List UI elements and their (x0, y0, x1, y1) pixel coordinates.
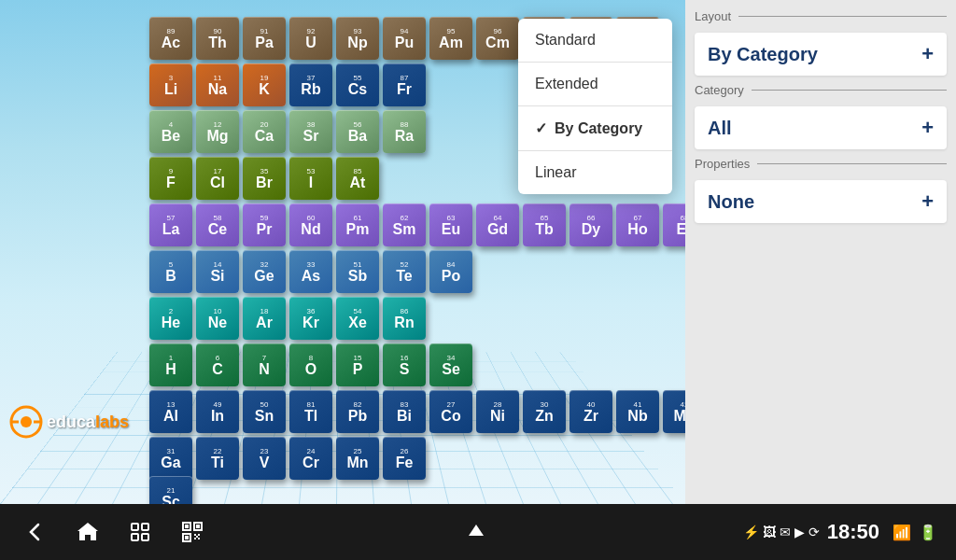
element-sc[interactable]: 21Sc (149, 476, 192, 504)
element-k[interactable]: 19K (243, 63, 286, 106)
element-si[interactable]: 14Si (196, 250, 239, 293)
element-ra[interactable]: 88Ra (383, 110, 426, 153)
element-cl[interactable]: 17Cl (196, 157, 239, 200)
element-cs[interactable]: 55Cs (336, 63, 379, 106)
element-la[interactable]: 57La (149, 203, 192, 246)
element-fe[interactable]: 26Fe (383, 437, 426, 480)
element-te[interactable]: 52Te (383, 250, 426, 293)
element-al[interactable]: 13Al (149, 390, 192, 433)
element-mn[interactable]: 25Mn (336, 437, 379, 480)
layout-control[interactable]: By Category + (695, 33, 947, 76)
element-ho[interactable]: 67Ho (616, 203, 659, 246)
status-icons: ⚡ 🖼 ✉ ▶ ⟳ (743, 525, 820, 539)
element-tb[interactable]: 65Tb (523, 203, 566, 246)
recent-button[interactable] (123, 515, 157, 549)
element-dy[interactable]: 66Dy (569, 203, 612, 246)
element-p[interactable]: 15P (336, 343, 379, 386)
element-tl[interactable]: 81Tl (289, 390, 332, 433)
element-in[interactable]: 49In (196, 390, 239, 433)
element-zn[interactable]: 30Zn (523, 390, 566, 433)
element-ti[interactable]: 22Ti (196, 437, 239, 480)
svg-rect-18 (196, 536, 198, 538)
element-as[interactable]: 33As (289, 250, 332, 293)
element-co[interactable]: 27Co (429, 390, 472, 433)
element-ge[interactable]: 32Ge (243, 250, 286, 293)
element-gd[interactable]: 64Gd (476, 203, 519, 246)
element-h[interactable]: 1H (149, 343, 192, 386)
element-na[interactable]: 11Na (196, 63, 239, 106)
periodic-table-view: 89Ac 90Th 91Pa 92U 93Np 94Pu 95Am 96Cm 9… (0, 0, 685, 504)
element-be[interactable]: 4Be (149, 110, 192, 153)
properties-expand-button[interactable]: + (921, 189, 934, 214)
element-np[interactable]: 93Np (336, 17, 379, 60)
element-ca[interactable]: 20Ca (243, 110, 286, 153)
element-pr[interactable]: 59Pr (243, 203, 286, 246)
element-sr[interactable]: 38Sr (289, 110, 332, 153)
element-sb[interactable]: 51Sb (336, 250, 379, 293)
nav-left (19, 515, 209, 549)
element-zr[interactable]: 40Zr (569, 390, 612, 433)
element-se[interactable]: 34Se (429, 343, 472, 386)
content-area: 89Ac 90Th 91Pa 92U 93Np 94Pu 95Am 96Cm 9… (0, 0, 956, 504)
element-ba[interactable]: 56Ba (336, 110, 379, 153)
logo-text: educalabs (47, 413, 129, 432)
element-cm[interactable]: 96Cm (476, 17, 519, 60)
element-i[interactable]: 53I (289, 157, 332, 200)
element-rn[interactable]: 86Rn (383, 297, 426, 340)
element-ac[interactable]: 89Ac (149, 17, 192, 60)
element-ar[interactable]: 18Ar (243, 297, 286, 340)
category-expand-button[interactable]: + (921, 116, 934, 140)
up-button[interactable] (459, 515, 493, 549)
back-button[interactable] (19, 515, 52, 549)
qr-icon (180, 520, 204, 544)
element-ce[interactable]: 58Ce (196, 203, 239, 246)
extended-label: Extended (535, 76, 598, 92)
element-nb[interactable]: 41Nb (616, 390, 659, 433)
element-f[interactable]: 9F (149, 157, 192, 200)
element-kr[interactable]: 36Kr (289, 297, 332, 340)
dropdown-item-linear[interactable]: Linear (518, 151, 672, 194)
element-pa[interactable]: 91Pa (243, 17, 286, 60)
element-sn[interactable]: 50Sn (243, 390, 286, 433)
element-fr[interactable]: 87Fr (383, 63, 426, 106)
element-he[interactable]: 2He (149, 297, 192, 340)
layout-dropdown-menu: Standard Extended ✓ By Category Linear (518, 19, 672, 194)
element-s[interactable]: 16S (383, 343, 426, 386)
dropdown-item-standard[interactable]: Standard (518, 19, 672, 62)
element-li[interactable]: 3Li (149, 63, 192, 106)
element-xe[interactable]: 54Xe (336, 297, 379, 340)
element-sm[interactable]: 62Sm (383, 203, 426, 246)
qr-button[interactable] (176, 515, 209, 549)
element-pu[interactable]: 94Pu (383, 17, 426, 60)
element-am[interactable]: 95Am (429, 17, 472, 60)
element-o[interactable]: 8O (289, 343, 332, 386)
home-button[interactable] (71, 515, 105, 549)
element-eu[interactable]: 63Eu (429, 203, 472, 246)
element-n[interactable]: 7N (243, 343, 286, 386)
category-control[interactable]: All + (695, 106, 947, 149)
element-u[interactable]: 92U (289, 17, 332, 60)
element-pm[interactable]: 61Pm (336, 203, 379, 246)
element-b[interactable]: 5B (149, 250, 192, 293)
element-po[interactable]: 84Po (429, 250, 472, 293)
element-v[interactable]: 23V (243, 437, 286, 480)
properties-control[interactable]: None + (695, 180, 947, 223)
element-br[interactable]: 35Br (243, 157, 286, 200)
element-rb[interactable]: 37Rb (289, 63, 332, 106)
dropdown-item-extended[interactable]: Extended (518, 63, 672, 105)
element-mo[interactable]: 42Mo (663, 390, 685, 433)
element-bi[interactable]: 83Bi (383, 390, 426, 433)
element-ne[interactable]: 10Ne (196, 297, 239, 340)
element-at[interactable]: 85At (336, 157, 379, 200)
element-c[interactable]: 6C (196, 343, 239, 386)
dropdown-item-by-category[interactable]: ✓ By Category (518, 106, 672, 150)
element-mg[interactable]: 12Mg (196, 110, 239, 153)
element-th[interactable]: 90Th (196, 17, 239, 60)
element-er[interactable]: 68Er (663, 203, 685, 246)
layout-expand-button[interactable]: + (921, 42, 934, 66)
element-ni[interactable]: 28Ni (476, 390, 519, 433)
element-nd[interactable]: 60Nd (289, 203, 332, 246)
element-pb[interactable]: 82Pb (336, 390, 379, 433)
element-cr[interactable]: 24Cr (289, 437, 332, 480)
element-ga[interactable]: 31Ga (149, 437, 192, 480)
